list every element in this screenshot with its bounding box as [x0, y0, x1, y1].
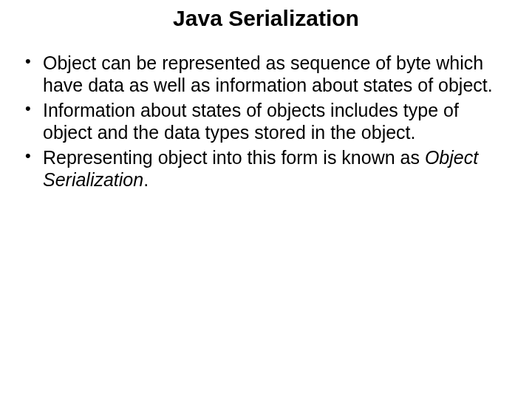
bullet-text: Representing object into this form is kn… — [43, 147, 425, 168]
list-item: Representing object into this form is kn… — [22, 146, 510, 191]
list-item: Object can be represented as sequence of… — [22, 52, 510, 96]
bullet-after: . — [143, 169, 149, 190]
bullet-text: Information about states of objects incl… — [43, 100, 459, 143]
slide-title: Java Serialization — [22, 6, 510, 31]
list-item: Information about states of objects incl… — [22, 99, 510, 143]
bullet-list: Object can be represented as sequence of… — [22, 52, 510, 191]
slide-container: Java Serialization Object can be represe… — [0, 0, 532, 399]
bullet-text: Object can be represented as sequence of… — [43, 52, 493, 95]
